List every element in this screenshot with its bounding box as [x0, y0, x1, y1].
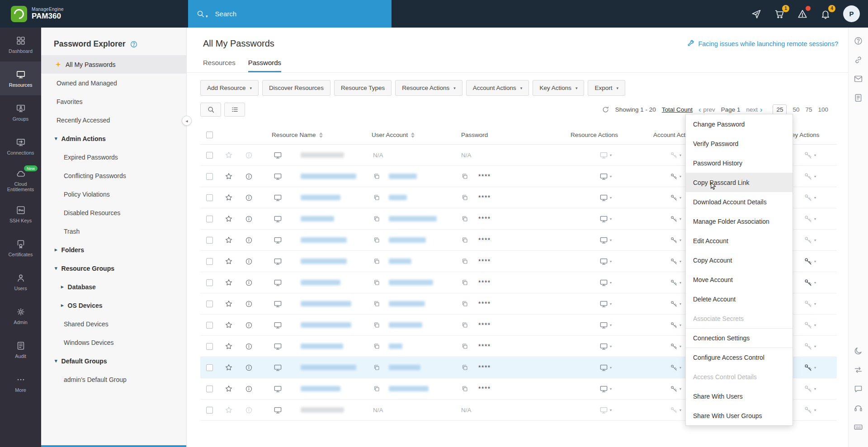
row-checkbox[interactable] [206, 407, 213, 414]
key-actions-icon[interactable] [804, 385, 812, 393]
menu-item-copy-account[interactable]: Copy Account [686, 250, 793, 270]
tab-resources[interactable]: Resources [203, 59, 236, 72]
nav-audit[interactable]: Audit [0, 333, 41, 367]
search-scope-caret-icon[interactable]: ▾ [206, 14, 208, 19]
favorite-star-icon[interactable] [225, 300, 233, 308]
sort-icon[interactable] [319, 132, 323, 138]
resource-actions-icon[interactable] [599, 257, 608, 266]
resource-actions-icon[interactable] [599, 172, 608, 181]
resource-actions-icon[interactable] [599, 236, 608, 245]
total-count-link[interactable]: Total Count [662, 106, 693, 113]
explorer-item-all-my-passwords[interactable]: All My Passwords [41, 55, 186, 74]
account-actions-key-icon[interactable] [670, 215, 678, 223]
key-actions-icon[interactable] [804, 172, 812, 181]
info-icon[interactable] [245, 236, 253, 244]
info-icon[interactable] [245, 364, 253, 372]
copy-password-icon[interactable] [461, 321, 468, 329]
key-actions-icon[interactable] [804, 236, 812, 245]
account-actions-key-icon[interactable] [670, 321, 678, 329]
key-actions-icon[interactable] [804, 342, 812, 351]
tab-passwords[interactable]: Passwords [248, 59, 281, 72]
explorer-item-shared-devices[interactable]: Shared Devices [41, 315, 186, 333]
copy-account-icon[interactable] [373, 236, 380, 244]
refresh-icon[interactable] [602, 106, 609, 113]
info-icon[interactable] [245, 258, 253, 265]
copy-account-icon[interactable] [373, 321, 380, 329]
copy-account-icon[interactable] [373, 343, 380, 350]
copy-password-icon[interactable] [461, 300, 468, 307]
explorer-item-trash[interactable]: Trash [41, 222, 186, 240]
nav-more[interactable]: More [0, 367, 41, 400]
copy-account-icon[interactable] [373, 279, 380, 286]
account-actions-key-icon[interactable] [670, 258, 678, 265]
menu-item-verify-password[interactable]: Verify Password [686, 134, 793, 153]
keyboard-icon[interactable] [854, 422, 863, 432]
menu-item-edit-account[interactable]: Edit Account [686, 231, 793, 250]
explorer-item-default-groups[interactable]: ▾Default Groups [41, 352, 186, 370]
favorite-star-icon[interactable] [225, 385, 233, 393]
explorer-item-conflicting-passwords[interactable]: Conflicting Passwords [41, 166, 186, 185]
key-actions-icon[interactable] [804, 193, 812, 202]
explorer-item-policy-violations[interactable]: Policy Violations [41, 185, 186, 203]
menu-item-move-account[interactable]: Move Account [686, 270, 793, 289]
copy-account-icon[interactable] [373, 173, 380, 180]
info-icon[interactable] [245, 300, 253, 308]
document-icon[interactable] [854, 93, 863, 103]
copy-password-icon[interactable] [461, 343, 468, 350]
menu-item-delete-account[interactable]: Delete Account [686, 289, 793, 309]
nav-groups[interactable]: Groups [0, 95, 41, 129]
explorer-item-admin-s-default-group[interactable]: admin's Default Group [41, 370, 186, 389]
info-icon[interactable] [245, 321, 253, 329]
account-actions-key-icon[interactable] [670, 406, 678, 414]
page-size-100[interactable]: 100 [818, 106, 828, 113]
menu-item-change-password[interactable]: Change Password [686, 114, 793, 134]
account-actions-key-icon[interactable] [670, 279, 678, 287]
key-actions-icon[interactable] [804, 151, 812, 160]
menu-item-download-account-details[interactable]: Download Account Details [686, 192, 793, 212]
account-actions-button[interactable]: Account Actions▾ [466, 80, 529, 96]
link-icon[interactable] [854, 55, 863, 65]
favorite-star-icon[interactable] [225, 257, 233, 265]
page-size-75[interactable]: 75 [805, 106, 812, 113]
mail-icon[interactable] [854, 74, 863, 84]
account-actions-key-icon[interactable] [670, 236, 678, 244]
copy-password-icon[interactable] [461, 279, 468, 286]
copy-account-icon[interactable] [373, 300, 380, 307]
nav-certificates[interactable]: Certificates [0, 231, 41, 265]
explorer-item-owned-and-managed[interactable]: Owned and Managed [41, 74, 186, 92]
copy-password-icon[interactable] [461, 364, 468, 371]
nav-ssh-keys[interactable]: SSH Keys [0, 197, 41, 231]
explorer-item-favorites[interactable]: Favorites [41, 92, 186, 111]
info-icon[interactable] [245, 385, 253, 393]
favorite-star-icon[interactable] [225, 321, 233, 329]
copy-password-icon[interactable] [461, 385, 468, 392]
favorite-star-icon[interactable] [225, 342, 233, 350]
account-actions-key-icon[interactable] [670, 194, 678, 202]
favorite-star-icon[interactable] [225, 236, 233, 244]
resource-actions-button[interactable]: Resource Actions▾ [395, 80, 462, 96]
account-actions-key-icon[interactable] [670, 151, 678, 159]
menu-item-configure-access-control[interactable]: Configure Access Control [686, 348, 793, 367]
key-actions-icon[interactable] [804, 215, 812, 223]
info-icon[interactable] [245, 215, 253, 223]
copy-account-icon[interactable] [373, 194, 380, 201]
export-button[interactable]: Export▾ [588, 80, 625, 96]
resource-actions-icon[interactable] [599, 385, 608, 393]
account-actions-key-icon[interactable] [670, 364, 678, 372]
resource-types-button[interactable]: Resource Types [334, 80, 392, 96]
key-actions-icon[interactable] [804, 321, 812, 329]
resource-actions-icon[interactable] [599, 278, 608, 287]
favorite-star-icon[interactable] [225, 363, 233, 372]
send-button[interactable] [751, 9, 762, 19]
explorer-item-folders[interactable]: ▸Folders [41, 240, 186, 259]
user-account-header[interactable]: User Account [356, 132, 442, 138]
row-checkbox[interactable] [206, 173, 213, 180]
menu-item-connection-settings[interactable]: Connection Settings [686, 328, 793, 348]
help-icon[interactable] [130, 40, 138, 48]
switch-icon[interactable] [854, 365, 863, 375]
copy-account-icon[interactable] [373, 364, 380, 371]
explorer-item-expired-passwords[interactable]: Expired Passwords [41, 148, 186, 166]
discover-resources-button[interactable]: Discover Resources [262, 80, 330, 96]
prev-page-button[interactable]: ‹prev [698, 106, 715, 113]
cart-button[interactable]: 1 [774, 9, 785, 19]
